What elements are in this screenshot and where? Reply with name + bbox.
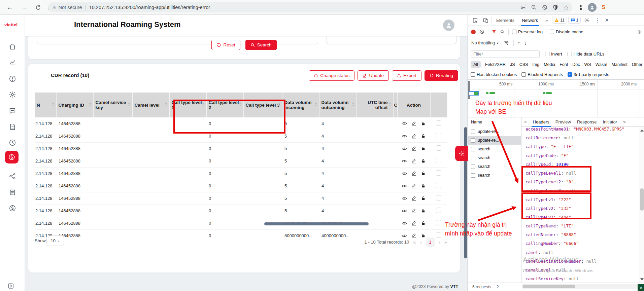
import-har-icon[interactable]: ↑	[518, 40, 520, 46]
export-button[interactable]: Export	[392, 70, 421, 81]
edit-pencil-icon[interactable]	[411, 134, 416, 139]
network-overview-timeline[interactable]: 500 ms 1000 ms 1500 ms 2000 ms	[468, 80, 644, 117]
request-row[interactable]: search	[468, 153, 521, 162]
blocked-content-icon[interactable]	[542, 4, 548, 10]
search-button[interactable]: Search	[245, 40, 277, 50]
detail-horizontal-scrollbar[interactable]	[522, 284, 639, 289]
request-row[interactable]: update-re...	[468, 127, 521, 136]
lock-icon[interactable]	[421, 183, 426, 188]
devtools-settings-icon[interactable]	[582, 17, 592, 23]
devtools-menu-icon[interactable]: ⋮	[593, 17, 601, 24]
lock-icon[interactable]	[421, 208, 426, 213]
row-checkbox[interactable]	[436, 208, 441, 213]
col-header-data-volumn-outcoming[interactable]: Data volumn outcoming	[319, 93, 356, 117]
filter-type-wasm[interactable]: Wasm	[596, 62, 607, 67]
tab-elements[interactable]: Elements	[493, 15, 517, 26]
filter-type-ws[interactable]: WS	[584, 62, 591, 67]
col-header-n[interactable]: N	[35, 93, 56, 117]
last-page-icon[interactable]: »	[444, 239, 447, 245]
lock-icon[interactable]	[421, 221, 426, 226]
drawer-expand-icon[interactable]: »	[638, 284, 644, 291]
filter-type-css[interactable]: CSS	[519, 62, 528, 67]
row-checkbox[interactable]	[436, 145, 441, 151]
sidebar-home-icon[interactable]	[9, 43, 16, 50]
export-har-icon[interactable]: ↓	[524, 40, 527, 46]
blocked-requests-checkbox[interactable]: Blocked Requests	[521, 72, 563, 77]
invert-checkbox[interactable]: Invert	[545, 51, 562, 57]
lock-icon[interactable]	[421, 121, 426, 126]
warnings-badge[interactable]: 11	[552, 17, 567, 24]
filter-type-media[interactable]: Media	[544, 62, 555, 67]
col-header-camel-service-key[interactable]: Camel service key	[93, 93, 132, 117]
clear-network-icon[interactable]	[479, 29, 484, 34]
request-row[interactable]: search	[468, 145, 521, 153]
close-detail-icon[interactable]: ×	[521, 119, 530, 124]
lock-icon[interactable]	[421, 171, 426, 176]
reset-button[interactable]: Reset	[211, 40, 240, 50]
filter-type-all[interactable]: All	[471, 61, 481, 68]
col-header-utc-time-offset[interactable]: UTC time offset	[356, 93, 393, 117]
edit-pencil-icon[interactable]	[411, 171, 416, 176]
lock-icon[interactable]	[421, 158, 426, 163]
view-eye-icon[interactable]	[402, 221, 407, 226]
table-horizontal-scrollbar[interactable]	[264, 222, 369, 225]
row-checkbox[interactable]	[436, 158, 441, 163]
edit-pencil-icon[interactable]	[411, 183, 416, 188]
view-eye-icon[interactable]	[402, 171, 407, 176]
forward-icon[interactable]: →	[20, 3, 28, 12]
sidebar-settings-icon[interactable]	[9, 91, 16, 98]
inspect-element-icon[interactable]	[471, 17, 480, 23]
edit-pencil-icon[interactable]	[411, 221, 416, 226]
extension-s-icon[interactable]: S	[599, 3, 608, 12]
request-row[interactable]: search	[468, 162, 521, 171]
timeline-scrubber[interactable]	[468, 81, 470, 99]
request-row[interactable]: search	[468, 171, 521, 180]
change-status-button[interactable]: Change status	[309, 70, 354, 81]
col-header-call-type-level-1[interactable]: Call type level 1	[169, 93, 206, 117]
record-network-icon[interactable]	[471, 29, 476, 35]
preserve-log-checkbox[interactable]: Preserve log	[512, 29, 543, 34]
extension-flask-icon[interactable]	[576, 3, 585, 12]
request-row-selected[interactable]: update-re...	[468, 136, 521, 145]
sidebar-billing-icon[interactable]	[9, 205, 16, 212]
edit-pencil-icon[interactable]	[411, 158, 416, 163]
filter-funnel-icon[interactable]	[492, 29, 497, 34]
profile-avatar[interactable]	[588, 3, 597, 12]
tab-initiator[interactable]: Initiator	[600, 117, 620, 127]
bookmark-star-icon[interactable]: ☆	[563, 4, 569, 11]
throttling-select[interactable]: No throttling ▼	[471, 40, 499, 45]
privacy-shield-icon[interactable]	[552, 4, 558, 10]
col-header-charging-id[interactable]: Charging ID	[56, 93, 93, 117]
update-button[interactable]: Update	[358, 70, 389, 81]
sidebar-item-rerating-active[interactable]	[5, 151, 19, 163]
col-header-select-all[interactable]	[430, 93, 447, 117]
request-list-header[interactable]: Name	[468, 117, 521, 127]
collapse-sidebar-icon[interactable]	[7, 283, 14, 289]
address-bar[interactable]: ⚠ Not secure 10.207.252.135:8200/roaming…	[48, 2, 572, 12]
sidebar-chat-icon[interactable]	[9, 107, 16, 114]
password-key-icon[interactable]	[520, 4, 526, 10]
filter-type-img[interactable]: Img	[532, 62, 539, 67]
prev-page-icon[interactable]: ‹	[420, 239, 422, 245]
sidebar-document-icon[interactable]	[9, 123, 16, 131]
network-search-icon[interactable]	[500, 29, 505, 34]
lock-icon[interactable]	[421, 134, 426, 139]
sidebar-history-icon[interactable]	[9, 139, 16, 146]
more-tabs-icon[interactable]: »	[542, 15, 551, 26]
zoom-out-icon[interactable]	[531, 4, 537, 10]
tab-headers[interactable]: Headers	[530, 117, 552, 127]
network-settings-icon[interactable]	[637, 29, 642, 35]
network-filter-input[interactable]	[471, 50, 540, 58]
tab-response[interactable]: Response	[574, 117, 600, 127]
back-icon[interactable]: ←	[5, 3, 14, 12]
filter-type-fetch-xhr[interactable]: Fetch/XHR	[485, 62, 506, 67]
view-eye-icon[interactable]	[402, 208, 407, 214]
rerating-button[interactable]: Rerating	[425, 70, 458, 81]
disable-cache-checkbox[interactable]: Disable cache	[550, 29, 583, 34]
lock-icon[interactable]	[421, 196, 426, 201]
sidebar-chart-icon[interactable]	[9, 59, 16, 66]
user-avatar[interactable]	[443, 20, 454, 31]
devtools-close-icon[interactable]: ✕	[603, 17, 611, 23]
row-checkbox[interactable]	[436, 170, 441, 176]
row-checkbox[interactable]	[436, 195, 441, 201]
